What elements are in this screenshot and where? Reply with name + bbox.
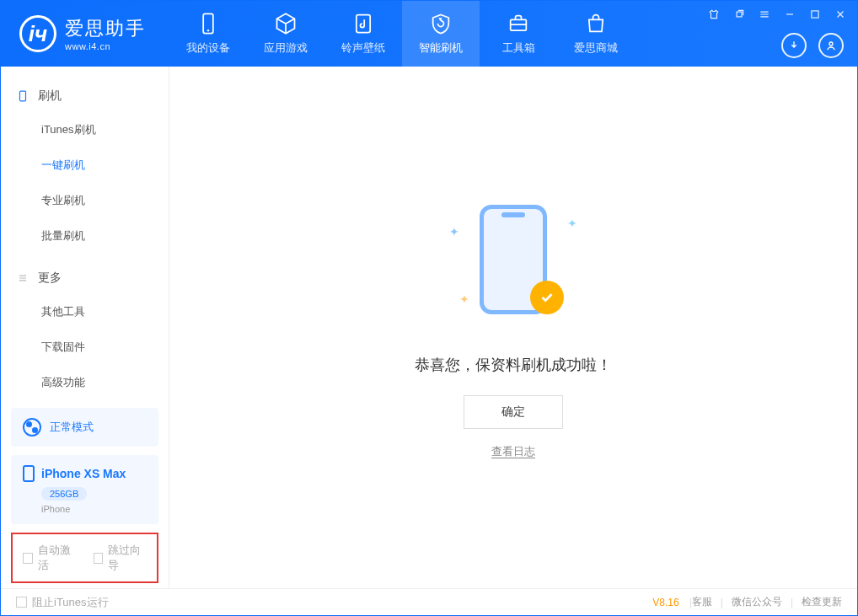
list-icon xyxy=(16,271,29,285)
tab-flash[interactable]: 智能刷机 xyxy=(402,1,480,67)
checkbox-box-icon xyxy=(16,597,27,608)
footer-link-update[interactable]: 检查更新 xyxy=(802,595,842,609)
minimize-icon[interactable] xyxy=(781,6,798,23)
music-file-icon xyxy=(351,12,375,35)
highlighted-checkbox-row: 自动激活 跳过向导 xyxy=(11,533,158,583)
device-phone-icon xyxy=(23,465,35,482)
success-illustration: ✦ ✦ ✦ xyxy=(437,196,589,331)
mode-icon xyxy=(23,418,41,437)
menu-icon[interactable] xyxy=(756,6,773,23)
checkbox-auto-activate[interactable]: 自动激活 xyxy=(23,543,77,573)
sidebar-item-download-firmware[interactable]: 下载固件 xyxy=(1,329,169,365)
app-url: www.i4.cn xyxy=(65,41,146,51)
device-name: iPhone XS Max xyxy=(41,467,126,480)
svg-rect-7 xyxy=(20,91,26,101)
version-label: V8.16 xyxy=(652,597,678,608)
mode-label: 正常模式 xyxy=(50,420,94,435)
profile-button[interactable] xyxy=(818,33,844,58)
checkbox-box-icon xyxy=(23,553,33,564)
phone-outline-icon xyxy=(16,89,29,103)
svg-point-1 xyxy=(207,29,209,31)
sidebar: 刷机 iTunes刷机 一键刷机 专业刷机 批量刷机 更多 其他工具 下载固件 … xyxy=(1,67,169,588)
tab-apps[interactable]: 应用游戏 xyxy=(247,1,324,67)
sidebar-group-flash: 刷机 xyxy=(1,80,169,112)
success-message: 恭喜您，保资料刷机成功啦！ xyxy=(415,355,612,375)
titlebar: iч 爱思助手 www.i4.cn 我的设备 应用游戏 xyxy=(1,1,857,67)
tab-toolbox[interactable]: 工具箱 xyxy=(480,1,557,67)
main-content: ✦ ✦ ✦ 恭喜您，保资料刷机成功啦！ 确定 查看日志 xyxy=(169,67,857,588)
checkbox-box-icon xyxy=(94,553,104,564)
svg-rect-4 xyxy=(737,12,742,17)
cube-icon xyxy=(274,12,298,35)
titlebar-circle-buttons xyxy=(781,33,844,58)
device-card[interactable]: iPhone XS Max 256GB iPhone xyxy=(11,455,158,524)
footer-link-service[interactable]: 客服 xyxy=(692,595,712,609)
popout-icon[interactable] xyxy=(731,6,748,23)
sparkle-icon: ✦ xyxy=(459,292,469,306)
sparkle-icon: ✦ xyxy=(449,225,459,238)
sidebar-item-other-tools[interactable]: 其他工具 xyxy=(1,294,169,329)
close-icon[interactable] xyxy=(832,6,849,23)
download-button[interactable] xyxy=(781,33,807,58)
shirt-icon[interactable] xyxy=(705,6,722,23)
checkbox-skip-guide[interactable]: 跳过向导 xyxy=(94,543,147,573)
ok-button[interactable]: 确定 xyxy=(464,395,563,429)
svg-rect-5 xyxy=(812,11,818,18)
tab-my-device[interactable]: 我的设备 xyxy=(169,1,247,67)
shopping-bag-icon xyxy=(584,12,608,35)
sidebar-item-oneclick-flash[interactable]: 一键刷机 xyxy=(1,147,169,183)
logo-icon: iч xyxy=(19,15,56,52)
view-log-link[interactable]: 查看日志 xyxy=(491,444,535,459)
check-badge-icon xyxy=(530,281,564,314)
shield-refresh-icon xyxy=(429,12,453,35)
app-logo: iч 爱思助手 www.i4.cn xyxy=(1,15,169,52)
sidebar-item-itunes-flash[interactable]: iTunes刷机 xyxy=(1,112,169,147)
checkbox-block-itunes[interactable]: 阻止iTunes运行 xyxy=(16,595,109,610)
sidebar-item-pro-flash[interactable]: 专业刷机 xyxy=(1,183,169,218)
device-capacity: 256GB xyxy=(41,487,87,501)
footer-link-wechat[interactable]: 微信公众号 xyxy=(732,595,782,609)
device-type: iPhone xyxy=(41,504,147,514)
app-name: 爱思助手 xyxy=(65,16,146,41)
mode-card[interactable]: 正常模式 xyxy=(11,408,158,447)
app-window: iч 爱思助手 www.i4.cn 我的设备 应用游戏 xyxy=(0,0,858,616)
sparkle-icon: ✦ xyxy=(567,217,577,230)
svg-point-6 xyxy=(829,42,833,46)
window-actions xyxy=(705,6,849,23)
sidebar-item-batch-flash[interactable]: 批量刷机 xyxy=(1,218,169,254)
footer: 阻止iTunes运行 V8.16 | 客服 | 微信公众号 | 检查更新 xyxy=(1,588,857,615)
top-tabs: 我的设备 应用游戏 铃声壁纸 智能刷机 xyxy=(169,1,635,67)
toolbox-icon xyxy=(507,12,530,35)
body: 刷机 iTunes刷机 一键刷机 专业刷机 批量刷机 更多 其他工具 下载固件 … xyxy=(1,67,857,588)
phone-icon xyxy=(196,12,220,35)
tab-ringtone[interactable]: 铃声壁纸 xyxy=(324,1,402,67)
svg-rect-2 xyxy=(357,15,370,33)
sidebar-group-more: 更多 xyxy=(1,262,169,294)
maximize-icon[interactable] xyxy=(807,6,823,23)
sidebar-item-advanced[interactable]: 高级功能 xyxy=(1,365,169,400)
tab-store[interactable]: 爱思商城 xyxy=(557,1,635,67)
